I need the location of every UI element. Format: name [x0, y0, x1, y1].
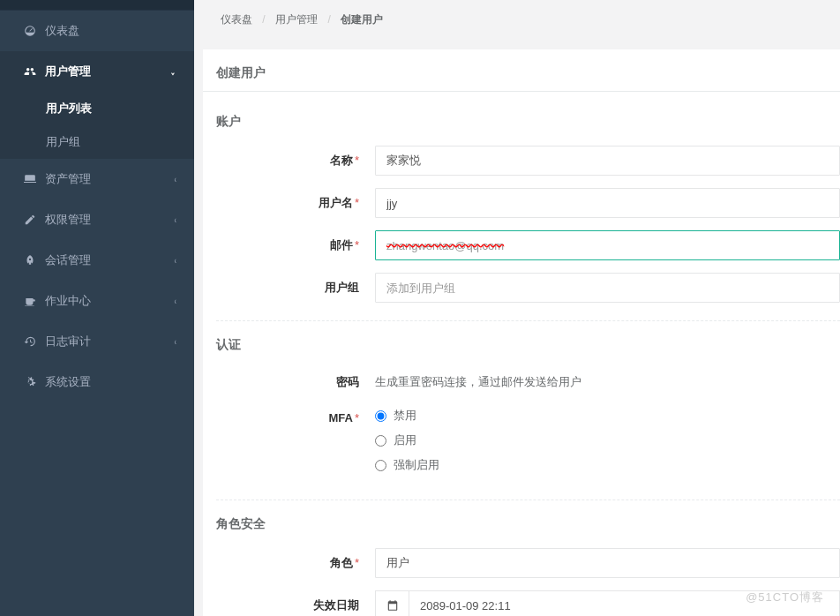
logo-area [0, 0, 194, 11]
mfa-enabled-label: 启用 [394, 432, 416, 448]
required-star: * [355, 411, 359, 424]
nav-user-mgmt[interactable]: 用户管理 ⌄ [0, 51, 194, 92]
breadcrumb-dashboard[interactable]: 仪表盘 [221, 13, 252, 26]
label-name: 名称 [330, 154, 353, 167]
breadcrumb: 仪表盘 / 用户管理 / 创建用户 [203, 0, 840, 32]
nav-asset-mgmt-label: 资产管理 [45, 171, 91, 187]
mfa-enabled-radio[interactable] [375, 435, 386, 447]
nav-job-center-label: 作业中心 [45, 293, 91, 309]
main-content: 仪表盘 / 用户管理 / 创建用户 创建用户 账户 名称* 用户名* [194, 0, 840, 616]
label-mfa: MFA [328, 411, 352, 424]
required-star: * [355, 238, 359, 252]
chevron-left-icon: ‹ [174, 215, 176, 225]
chevron-down-icon: ⌄ [170, 67, 176, 77]
chevron-left-icon: ‹ [174, 175, 176, 184]
expire-date-field[interactable] [409, 590, 840, 616]
label-usergroup: 用户组 [325, 281, 359, 294]
section-auth: 认证 [216, 337, 840, 353]
nav-audit[interactable]: 日志审计 ‹ [0, 321, 194, 362]
section-account: 账户 [216, 114, 840, 130]
username-field[interactable] [375, 188, 840, 218]
section-role: 角色安全 [216, 516, 840, 532]
breadcrumb-user-mgmt[interactable]: 用户管理 [275, 13, 318, 26]
laptop-icon [22, 173, 38, 185]
nav-session-mgmt-label: 会话管理 [45, 252, 91, 268]
role-select[interactable] [375, 548, 840, 578]
subnav-user-list[interactable]: 用户列表 [0, 92, 194, 125]
mfa-disabled-radio[interactable] [375, 410, 386, 422]
subnav-user-group[interactable]: 用户组 [0, 125, 194, 159]
chevron-left-icon: ‹ [174, 297, 176, 306]
label-role: 角色 [330, 556, 353, 569]
nav-job-center[interactable]: 作业中心 ‹ [0, 281, 194, 321]
create-user-panel: 创建用户 账户 名称* 用户名* 邮件* 用户组 [203, 49, 840, 616]
panel-title-bar: 创建用户 [203, 49, 840, 92]
required-star: * [355, 556, 359, 569]
nav-user-mgmt-label: 用户管理 [45, 64, 91, 79]
sidebar: 仪表盘 用户管理 ⌄ 用户列表 用户组 资产管理 ‹ 权限管理 ‹ 会话管理 ‹ [0, 0, 194, 616]
history-icon [22, 335, 38, 348]
mfa-force-label: 强制启用 [394, 457, 439, 473]
calendar-icon[interactable] [375, 590, 409, 616]
chevron-left-icon: ‹ [174, 256, 176, 266]
nav-audit-label: 日志审计 [45, 334, 91, 349]
breadcrumb-current: 创建用户 [341, 13, 383, 26]
nav-asset-mgmt[interactable]: 资产管理 ‹ [0, 159, 194, 199]
chevron-left-icon: ‹ [174, 337, 176, 347]
email-field[interactable] [375, 230, 840, 260]
user-mgmt-subnav: 用户列表 用户组 [0, 92, 194, 159]
mfa-disabled-label: 禁用 [394, 408, 416, 424]
label-password: 密码 [336, 375, 359, 388]
breadcrumb-sep: / [327, 13, 330, 26]
required-star: * [355, 196, 359, 209]
required-star: * [355, 154, 359, 167]
coffee-icon [22, 295, 38, 307]
nav-dashboard-label: 仪表盘 [45, 23, 79, 39]
nav-settings-label: 系统设置 [45, 374, 91, 390]
nav-session-mgmt[interactable]: 会话管理 ‹ [0, 240, 194, 281]
divider [216, 320, 840, 321]
panel-title: 创建用户 [216, 65, 266, 81]
dashboard-icon [22, 25, 38, 37]
divider [216, 500, 840, 500]
cogs-icon [22, 376, 38, 388]
users-icon [22, 65, 38, 78]
usergroup-field[interactable] [375, 273, 840, 303]
nav-perm-mgmt[interactable]: 权限管理 ‹ [0, 199, 194, 240]
label-username: 用户名 [319, 196, 353, 209]
edit-icon [22, 214, 38, 226]
nav-perm-mgmt-label: 权限管理 [45, 212, 91, 228]
rocket-icon [22, 254, 38, 267]
password-hint: 生成重置密码连接，通过邮件发送给用户 [375, 369, 840, 395]
label-email: 邮件 [330, 238, 353, 252]
breadcrumb-sep: / [262, 13, 265, 26]
mfa-force-radio[interactable] [375, 460, 386, 471]
label-expire: 失效日期 [313, 598, 359, 612]
nav-dashboard[interactable]: 仪表盘 [0, 11, 194, 51]
nav-settings[interactable]: 系统设置 [0, 362, 194, 402]
name-field[interactable] [375, 146, 840, 176]
